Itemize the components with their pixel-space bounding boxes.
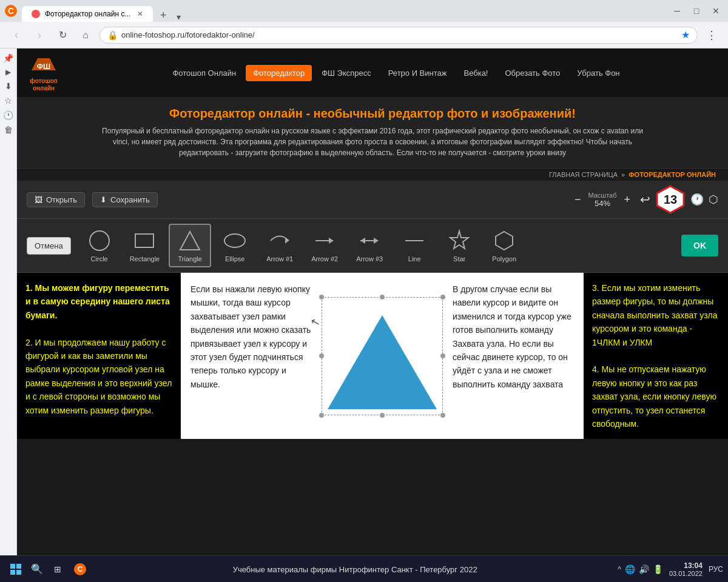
sidebar-history-icon[interactable]: 🕐 — [3, 110, 13, 120]
minimize-btn[interactable]: ─ — [670, 4, 684, 18]
sidebar-delete-icon[interactable]: 🗑 — [4, 125, 13, 135]
svg-point-2 — [90, 231, 109, 250]
website: ФШ фотошопонлайн Фотошоп Онлайн Фотореда… — [17, 48, 728, 555]
handle-tc[interactable] — [380, 295, 385, 299]
save-icon: ⬇ — [100, 195, 107, 204]
shape-arrow2[interactable]: Arrow #2 — [303, 224, 346, 267]
open-button[interactable]: 🖼 Открыть — [27, 192, 85, 207]
sidebar-strip: 📌 ▶ ⬇ ☆ 🕐 🗑 — [0, 48, 17, 555]
ok-button[interactable]: OK — [681, 235, 718, 256]
shapes-toolbar: Отмена Circle Rectangle — [17, 219, 728, 273]
taskbar: 🔍 ⊞ C Учебные материалы фирмы Нитрофинте… — [0, 555, 728, 582]
star-label: Star — [453, 255, 465, 263]
nav-webcam[interactable]: Вебка! — [456, 65, 495, 81]
shape-rectangle[interactable]: Rectangle — [123, 224, 167, 267]
bookmark-icon[interactable]: ★ — [681, 29, 690, 41]
save-label: Сохранить — [110, 195, 150, 204]
tab-menu-btn[interactable]: ▾ — [174, 12, 183, 22]
save-button[interactable]: ⬇ Сохранить — [92, 192, 158, 207]
handle-br[interactable] — [440, 413, 445, 418]
ellipse-label: Ellipse — [225, 255, 244, 263]
active-tab[interactable]: Фоторедактор онлайн с... ✕ — [22, 6, 153, 22]
selection-container: ↖ — [322, 297, 443, 415]
volume-icon: 🔊 — [639, 564, 649, 574]
nav-remove-bg[interactable]: Убрать Фон — [570, 65, 627, 81]
browser-logo: C — [5, 5, 17, 17]
breadcrumb-home[interactable]: ГЛАВНАЯ СТРАНИЦА — [549, 171, 618, 178]
shape-star[interactable]: Star — [438, 224, 480, 267]
site-title: Фоторедактор онлайн - необычный редактор… — [29, 107, 716, 121]
zoom-label: Масштаб 54% — [588, 192, 616, 208]
canvas-area[interactable]: Если вы нажали левую кнопку мышки, тогда… — [181, 273, 584, 439]
sidebar-arrow-icon[interactable]: ▶ — [5, 68, 11, 76]
site-logo: ФШ фотошопонлайн — [29, 53, 58, 92]
svg-text:ФШ: ФШ — [37, 62, 50, 71]
back-button[interactable]: ‹ — [7, 26, 25, 44]
nav-fotoredaktor[interactable]: Фоторедактор — [246, 65, 312, 81]
selection-border — [322, 297, 443, 415]
cancel-button[interactable]: Отмена — [27, 237, 71, 255]
svg-marker-11 — [360, 238, 365, 244]
shape-arrow1[interactable]: Arrow #1 — [258, 224, 301, 267]
nav-fotoshop-online[interactable]: Фотошоп Онлайн — [165, 65, 243, 81]
svg-point-5 — [224, 234, 245, 247]
badge-container: 13 — [655, 184, 686, 215]
undo-button[interactable]: ↩ — [640, 192, 650, 207]
left-text-content: 1. Мы можем фигуру переместить и в самую… — [25, 281, 172, 417]
open-icon: 🖼 — [35, 195, 42, 204]
tray-arrow[interactable]: ^ — [618, 565, 621, 574]
svg-marker-14 — [496, 232, 513, 250]
line-label: Line — [408, 255, 421, 263]
handle-bl[interactable] — [319, 413, 324, 418]
refresh-button[interactable]: ↻ — [53, 26, 72, 44]
handle-mr[interactable] — [440, 353, 445, 358]
nav-fsh-express[interactable]: ФШ Экспресс — [314, 65, 379, 81]
right-text-panel: 3. Если мы хотим изменить размер фигуры,… — [584, 273, 728, 439]
arrow2-icon — [312, 229, 337, 253]
url-text: online-fotoshop.ru/fotoredaktor-online/ — [121, 30, 255, 39]
clock-display: 13:04 03.01.2022 — [669, 561, 703, 577]
title-bar: C Фоторедактор онлайн с... ✕ + ▾ ─ □ ✕ — [0, 0, 728, 22]
sidebar-star-icon[interactable]: ☆ — [4, 96, 12, 105]
tab-close-btn[interactable]: ✕ — [137, 10, 143, 18]
search-button[interactable]: 🔍 — [27, 559, 47, 580]
nav-retro[interactable]: Ретро И Винтаж — [381, 65, 454, 81]
zoom-out-button[interactable]: − — [572, 193, 584, 206]
new-tab-button[interactable]: + — [155, 9, 172, 22]
history-button[interactable]: 🕐 — [690, 193, 704, 206]
sidebar-download-icon[interactable]: ⬇ — [5, 81, 12, 91]
maximize-btn[interactable]: □ — [689, 4, 704, 18]
zoom-in-button[interactable]: + — [621, 193, 633, 206]
logo-svg: ФШ — [29, 53, 58, 78]
shape-line[interactable]: Line — [393, 224, 436, 267]
system-tray: ^ 🌐 🔊 🔋 13:04 03.01.2022 РУС — [618, 561, 723, 577]
task-view-button[interactable]: ⊞ — [47, 559, 68, 580]
shape-arrow3[interactable]: Arrow #3 — [348, 224, 391, 267]
start-button[interactable] — [5, 558, 27, 580]
address-bar[interactable]: 🔒 online-fotoshop.ru/fotoredaktor-online… — [99, 27, 698, 44]
canvas-left-content: Если вы нажали левую кнопку мышки, тогда… — [190, 284, 311, 389]
handle-tl[interactable] — [319, 295, 324, 299]
site-nav: Фотошоп Онлайн Фоторедактор ФШ Экспресс … — [76, 65, 716, 81]
language-indicator[interactable]: РУС — [709, 565, 723, 574]
shape-circle[interactable]: Circle — [78, 224, 121, 267]
shape-triangle[interactable]: Triangle — [169, 224, 211, 267]
close-btn[interactable]: ✕ — [709, 4, 723, 18]
shape-ellipse[interactable]: Ellipse — [214, 224, 256, 267]
right-para4: 4. Мы не отпускаем нажатую левую кнопку … — [592, 364, 716, 429]
nav-bar: ‹ › ↻ ⌂ 🔒 online-fotoshop.ru/fotoredakto… — [0, 22, 728, 48]
home-button[interactable]: ⌂ — [76, 26, 95, 44]
shape-polygon[interactable]: Polygon — [483, 224, 525, 267]
layers-button[interactable]: ⬡ — [709, 193, 718, 206]
browser-frame: C Фоторедактор онлайн с... ✕ + ▾ ─ □ ✕ ‹… — [0, 0, 728, 582]
zoom-value: 54% — [588, 199, 616, 208]
taskbar-app-item[interactable]: C — [68, 559, 92, 580]
open-label: Открыть — [46, 195, 77, 204]
nav-crop[interactable]: Обрезать Фото — [497, 65, 567, 81]
lock-icon: 🔒 — [107, 30, 118, 40]
handle-bc[interactable] — [380, 413, 385, 418]
forward-button[interactable]: › — [30, 26, 49, 44]
handle-tr[interactable] — [440, 295, 445, 299]
extensions-btn[interactable]: ⋮ — [703, 28, 721, 42]
sidebar-pin-icon[interactable]: 📌 — [3, 53, 13, 63]
